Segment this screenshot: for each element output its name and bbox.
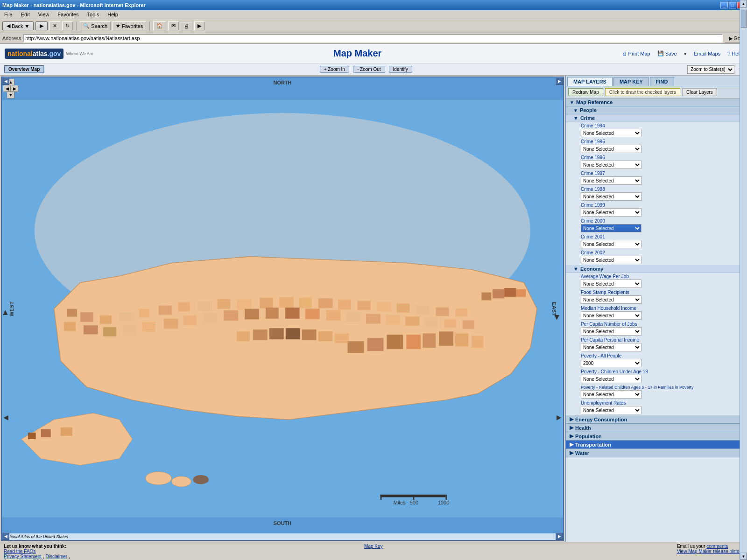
identify-button[interactable]: Identify bbox=[389, 66, 412, 73]
poverty-related-select[interactable]: None Selected bbox=[581, 390, 641, 399]
avg-wage-item: Average Wage Per Job None Selected bbox=[566, 273, 747, 289]
crime-2001-select[interactable]: None Selected bbox=[581, 240, 641, 248]
menu-edit[interactable]: Edit bbox=[19, 11, 32, 18]
minimize-button[interactable]: _ bbox=[720, 2, 728, 8]
comments-link[interactable]: comments bbox=[706, 544, 728, 549]
menu-favorites[interactable]: Favorites bbox=[56, 11, 80, 18]
map-corner-tr[interactable]: ▶ bbox=[556, 77, 563, 85]
tab-map-key[interactable]: MAP KEY bbox=[613, 77, 649, 86]
maximize-button[interactable]: □ bbox=[729, 2, 736, 8]
footer: Let us know what you think: Read the FAQ… bbox=[0, 542, 747, 560]
svg-rect-8 bbox=[178, 302, 190, 312]
panel-scrollbar[interactable]: ▲ ▼ bbox=[740, 76, 747, 542]
title-bar: Map Maker - nationalatlas.gov - Microsof… bbox=[0, 0, 747, 10]
map-reference-toggle[interactable]: ▼ bbox=[570, 100, 574, 105]
map-svg[interactable]: Miles 500 1000 ▶ ▶ ▶ ◀ bbox=[2, 77, 563, 540]
menu-tools[interactable]: Tools bbox=[85, 11, 101, 18]
unemployment-select[interactable]: None Selected bbox=[581, 406, 641, 414]
svg-rect-11 bbox=[237, 299, 251, 309]
redraw-map-button[interactable]: Redraw Map bbox=[568, 88, 603, 96]
economy-section-header[interactable]: ▼ Economy bbox=[566, 265, 747, 273]
avg-wage-select[interactable]: None Selected bbox=[581, 280, 641, 288]
crime-2002-select[interactable]: None Selected bbox=[581, 256, 641, 264]
disclaimer-link[interactable]: Disclaimer bbox=[46, 554, 68, 559]
svg-rect-25 bbox=[103, 327, 116, 336]
scroll-down-button[interactable]: ▼ bbox=[7, 92, 14, 98]
health-section-header[interactable]: ▶ Health bbox=[566, 424, 747, 432]
media-button[interactable]: ▶ bbox=[194, 21, 204, 30]
refresh-button[interactable]: ↻ bbox=[62, 21, 73, 30]
people-toggle[interactable]: ▼ bbox=[573, 108, 578, 113]
poverty-all-select[interactable]: 2000 None Selected bbox=[581, 359, 641, 367]
map-key-link[interactable]: Map Key bbox=[364, 544, 382, 549]
right-panel: MAP LAYERS MAP KEY FIND Redraw Map Click… bbox=[565, 76, 747, 542]
logo-area: nationalatlas.gov Where We Are bbox=[5, 49, 93, 59]
mail-button[interactable]: ✉ bbox=[168, 21, 179, 30]
svg-rect-72 bbox=[445, 495, 447, 500]
panel-content[interactable]: ▼ Map Reference ▼ People ▼ Crime Crime 1… bbox=[566, 98, 747, 542]
crime-1994-select[interactable]: None Selected bbox=[581, 129, 641, 137]
menu-view[interactable]: View bbox=[36, 11, 51, 18]
map-corner-bl[interactable]: ◀ bbox=[2, 532, 9, 540]
poverty-children-item: Poverty - Children Under Age 18 None Sel… bbox=[566, 368, 747, 384]
toolbar-separator-1 bbox=[76, 21, 77, 31]
poverty-children-select[interactable]: None Selected bbox=[581, 375, 641, 383]
print-map-link[interactable]: 🖨 Print Map bbox=[622, 51, 650, 56]
read-faqs-link[interactable]: Read the FAQs bbox=[4, 549, 35, 554]
transportation-section-header[interactable]: ▶ Transportation bbox=[566, 441, 747, 449]
water-section-header[interactable]: ▶ Water bbox=[566, 449, 747, 457]
svg-rect-59 bbox=[286, 328, 300, 339]
per-capita-income-select[interactable]: None Selected bbox=[581, 343, 641, 351]
email-maps-link[interactable]: Email Maps bbox=[694, 51, 720, 56]
crime-1995-select[interactable]: None Selected bbox=[581, 145, 641, 153]
svg-point-66 bbox=[145, 472, 171, 485]
svg-rect-60 bbox=[302, 329, 317, 340]
tab-map-layers[interactable]: MAP LAYERS bbox=[567, 77, 613, 86]
median-income-select[interactable]: None Selected bbox=[581, 311, 641, 320]
back-button[interactable]: ◀ Back ▼ bbox=[2, 21, 34, 30]
zoom-to-select[interactable]: Zoom to State(s) bbox=[687, 65, 734, 74]
map-corner-br[interactable]: ▶ bbox=[556, 532, 563, 540]
click-draw-button[interactable]: Click to draw the checked layers bbox=[605, 88, 680, 96]
back-dropdown-icon: ▼ bbox=[24, 23, 29, 29]
app-title: Map Maker bbox=[333, 48, 381, 59]
zoom-out-button[interactable]: - Zoom Out bbox=[353, 66, 385, 73]
address-input[interactable] bbox=[23, 34, 723, 42]
search-button[interactable]: 🔍 Search bbox=[80, 21, 111, 30]
clear-layers-button[interactable]: Clear Layers bbox=[682, 88, 717, 96]
forward-button[interactable]: ▶ bbox=[35, 21, 48, 30]
favorites-button[interactable]: ★ Favorites bbox=[113, 21, 146, 30]
menu-file[interactable]: File bbox=[2, 11, 14, 18]
logo: nationalatlas.gov bbox=[5, 49, 63, 59]
median-income-item: Median Household Income None Selected bbox=[566, 305, 747, 321]
avg-wage-label: Average Wage Per Job bbox=[581, 274, 736, 279]
scroll-left-button[interactable]: ◀ bbox=[3, 85, 11, 92]
privacy-link[interactable]: Privacy Statement bbox=[4, 554, 42, 559]
home-button[interactable]: 🏠 bbox=[153, 21, 166, 30]
crime-section-header[interactable]: ▼ Crime bbox=[566, 114, 747, 122]
crime-1996-select[interactable]: None Selected bbox=[581, 161, 641, 169]
overview-map-button[interactable]: Overview Map bbox=[4, 65, 44, 73]
tab-find[interactable]: FIND bbox=[650, 77, 674, 86]
population-section-header[interactable]: ▶ Population bbox=[566, 432, 747, 441]
map-corner-tl[interactable]: ◀ bbox=[2, 77, 9, 85]
zoom-in-button[interactable]: + Zoom In bbox=[320, 66, 349, 73]
per-capita-jobs-select[interactable]: None Selected bbox=[581, 327, 641, 336]
energy-section-header[interactable]: ▶ Energy Consumption bbox=[566, 415, 747, 424]
release-history-link[interactable]: View Map Maker release history bbox=[677, 549, 743, 554]
stop-button[interactable]: ✕ bbox=[49, 21, 60, 30]
menu-help[interactable]: Help bbox=[106, 11, 120, 18]
crime-2000-select[interactable]: None Selected bbox=[581, 224, 641, 232]
svg-text:▶: ▶ bbox=[557, 413, 562, 421]
back-arrow-icon: ◀ bbox=[7, 23, 10, 29]
crime-1999-select[interactable]: None Selected bbox=[581, 208, 641, 217]
food-stamp-select[interactable]: None Selected bbox=[581, 295, 641, 304]
svg-rect-18 bbox=[377, 302, 392, 312]
crime-1998-select[interactable]: None Selected bbox=[581, 192, 641, 201]
scroll-right-button[interactable]: ▶ bbox=[11, 85, 18, 92]
poverty-all-label: Poverty - All People bbox=[581, 353, 736, 358]
crime-1997-select[interactable]: None Selected bbox=[581, 176, 641, 185]
svg-rect-42 bbox=[444, 319, 456, 328]
save-link[interactable]: 💾 Save bbox=[657, 50, 677, 56]
print-button[interactable]: 🖨 bbox=[181, 22, 192, 30]
